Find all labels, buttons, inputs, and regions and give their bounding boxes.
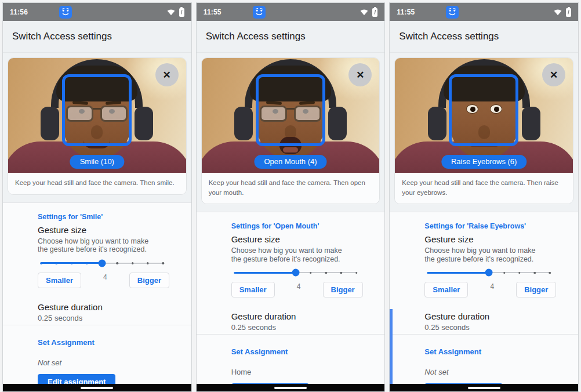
headphone-cup: [428, 107, 446, 140]
bigger-button[interactable]: Bigger: [129, 273, 169, 288]
close-button[interactable]: ✕: [155, 63, 179, 86]
panel-content: ✕ Raise Eyebrows (6) Keep your head stil…: [390, 53, 578, 391]
set-assignment-label: Set Assignment: [38, 338, 168, 347]
assignment-value: Not set: [38, 358, 168, 367]
gesture-size-label: Gesture size: [424, 234, 555, 245]
gesture-duration-value: 0.25 seconds: [231, 323, 362, 332]
slider-value: 4: [103, 273, 107, 281]
gesture-duration-value: 0.25 seconds: [424, 323, 555, 332]
gesture-pill: Smile (10): [70, 155, 124, 169]
settings-section-title: Settings for 'Smile': [38, 213, 168, 221]
gesture-size-label: Gesture size: [38, 224, 168, 235]
smaller-button[interactable]: Smaller: [231, 282, 275, 297]
headphone-cup: [135, 107, 153, 140]
wifi-icon: [167, 8, 175, 16]
assignment-value: Home: [231, 368, 362, 376]
status-time: 11:56: [10, 8, 28, 16]
close-icon: ✕: [163, 69, 171, 81]
set-assignment-label: Set Assignment: [424, 347, 555, 356]
scrollbar[interactable]: [390, 309, 393, 386]
instruction-text: Keep your head still and face the camera…: [202, 173, 380, 204]
battery-icon: [179, 8, 184, 17]
page-title: Switch Access settings: [206, 31, 306, 42]
assignment-section: Set Assignment Not set Edit assignment: [3, 325, 191, 391]
battery-icon: [566, 8, 571, 17]
set-assignment-label: Set Assignment: [231, 347, 362, 356]
headphone-cup: [522, 107, 540, 140]
face-detection-box: [449, 74, 518, 146]
navigation-bar: [390, 384, 578, 391]
camera-card: ✕ Raise Eyebrows (6) Keep your head stil…: [394, 57, 573, 204]
assignment-section: Set Assignment Home Edit assignment: [197, 335, 385, 391]
instruction-text: Keep your head still and face the camera…: [395, 173, 573, 204]
camera-card: ✕ Open Mouth (4) Keep your head still an…: [201, 57, 380, 204]
face-detection-box: [256, 74, 325, 146]
camera-preview: ✕ Raise Eyebrows (6): [395, 58, 573, 173]
slider-value: 4: [490, 282, 494, 291]
assignment-value: Not set: [424, 368, 555, 376]
settings-section-title: Settings for 'Raise Eyebrows': [424, 222, 555, 230]
smaller-button[interactable]: Smaller: [38, 273, 81, 288]
navigation-bar: [197, 384, 385, 391]
slider-thumb[interactable]: [485, 269, 493, 277]
panel-content: ✕ Smile (10) Keep your head still and fa…: [3, 53, 191, 391]
status-time: 11:55: [204, 8, 221, 16]
phone-screen-raise-eyebrows: 11:55 Switch Access settings: [389, 2, 579, 392]
bigger-button[interactable]: Bigger: [516, 282, 556, 297]
instruction-text: Keep your head still and face the camera…: [8, 173, 186, 194]
slider-value: 4: [297, 282, 301, 291]
gesture-settings-section: Settings for 'Open Mouth' Gesture size C…: [197, 212, 385, 335]
face-detection-box: [62, 74, 132, 146]
status-bar: 11:56: [3, 3, 191, 21]
switch-access-face-icon: [59, 6, 72, 19]
headphone-cup: [328, 107, 347, 140]
gesture-size-description: Choose how big you want to make the gest…: [38, 237, 155, 254]
app-header: Switch Access settings: [197, 21, 385, 53]
page-title: Switch Access settings: [399, 31, 499, 42]
slider-thumb[interactable]: [99, 259, 106, 267]
close-button[interactable]: ✕: [542, 63, 565, 86]
phone-screen-open-mouth: 11:55 Switch Access settings: [196, 2, 386, 392]
home-indicator[interactable]: [468, 387, 500, 389]
camera-card: ✕ Smile (10) Keep your head still and fa…: [8, 57, 187, 195]
status-bar: 11:55: [197, 3, 385, 21]
wifi-icon: [360, 8, 368, 16]
battery-icon: [372, 8, 377, 17]
gesture-size-slider[interactable]: [428, 268, 550, 280]
gesture-pill: Open Mouth (4): [254, 155, 326, 169]
gesture-size-label: Gesture size: [231, 234, 362, 245]
wifi-icon: [554, 8, 562, 16]
camera-preview: ✕ Smile (10): [8, 58, 186, 173]
home-indicator[interactable]: [274, 387, 307, 389]
headphone-cup: [41, 107, 59, 140]
close-button[interactable]: ✕: [348, 63, 372, 86]
gesture-size-slider[interactable]: [41, 259, 163, 270]
gesture-size-slider[interactable]: [235, 268, 357, 280]
gesture-duration-label: Gesture duration: [231, 311, 362, 322]
close-icon: ✕: [550, 69, 558, 81]
gesture-size-description: Choose how big you want to make the gest…: [231, 246, 348, 263]
bigger-button[interactable]: Bigger: [323, 282, 363, 297]
status-time: 11:55: [397, 8, 415, 16]
settings-section-title: Settings for 'Open Mouth': [231, 222, 362, 230]
status-bar: 11:55: [390, 3, 578, 21]
page-title: Switch Access settings: [12, 31, 112, 42]
switch-access-face-icon: [446, 6, 459, 19]
smaller-button[interactable]: Smaller: [424, 282, 468, 297]
camera-preview: ✕ Open Mouth (4): [202, 58, 380, 173]
switch-access-face-icon: [253, 6, 266, 19]
screenshot-collage: 11:56 Switch Access settings: [0, 0, 581, 392]
navigation-bar: [3, 384, 191, 391]
gesture-settings-section: Settings for 'Smile' Gesture size Choose…: [3, 202, 191, 325]
gesture-duration-label: Gesture duration: [424, 311, 555, 322]
headphone-cup: [234, 107, 253, 140]
close-icon: ✕: [356, 69, 364, 81]
phone-screen-smile: 11:56 Switch Access settings: [2, 2, 192, 392]
slider-thumb[interactable]: [292, 269, 299, 277]
gesture-pill: Raise Eyebrows (6): [441, 155, 526, 169]
home-indicator[interactable]: [81, 387, 113, 389]
app-header: Switch Access settings: [3, 21, 191, 53]
gesture-duration-value: 0.25 seconds: [38, 314, 168, 322]
gesture-duration-label: Gesture duration: [38, 302, 168, 313]
panel-content: ✕ Open Mouth (4) Keep your head still an…: [197, 53, 385, 391]
